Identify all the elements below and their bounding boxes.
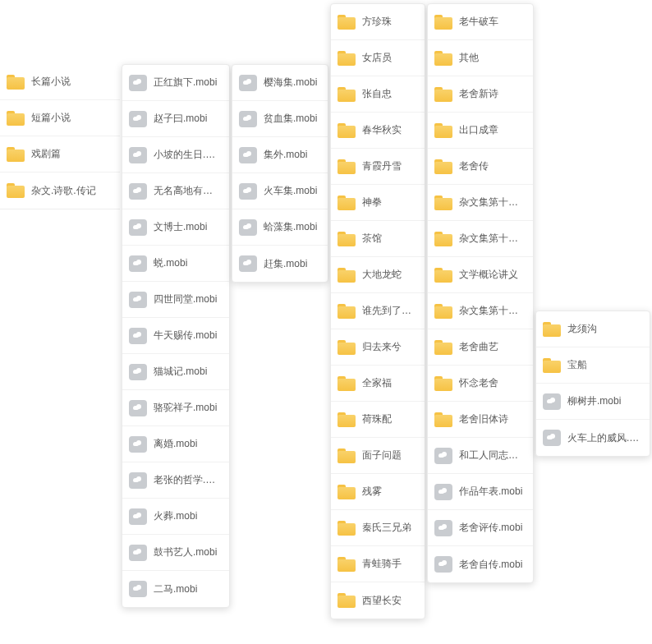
folder-item[interactable]: 谁先到了重庆 [331,293,425,329]
folder-item[interactable]: 出口成章 [428,113,533,149]
file-name: 小坡的生日.mobi [154,148,221,162]
folder-name: 张自忠 [362,87,416,101]
file-item[interactable]: 蛤藻集.mobi [232,209,328,246]
folder-item[interactable]: 老舍旧体诗 [428,402,533,438]
file-name: 老舍自传.mobi [459,558,525,572]
file-icon [434,556,452,573]
folder-item[interactable]: 方珍珠 [331,4,425,40]
file-icon [129,183,147,200]
folder-icon [337,339,356,356]
folder-icon [7,74,25,90]
file-item[interactable]: 火车集.mobi [232,173,328,209]
folder-item[interactable]: 老舍曲艺 [428,329,533,366]
file-icon [129,508,147,525]
folder-name: 其他 [459,51,525,65]
folder-item[interactable]: 其他 [428,40,533,76]
folder-name: 杂文.诗歌.传记 [31,184,112,198]
folder-name: 老舍新诗 [459,87,525,101]
folder-icon [337,159,356,175]
folder-item[interactable]: 面子问题 [331,438,425,474]
folder-name: 全家福 [362,376,416,390]
folder-name: 戏剧篇 [31,147,112,161]
file-item[interactable]: 猫城记.mobi [122,354,229,390]
folder-name: 谁先到了重庆 [362,304,416,318]
folder-icon [7,110,25,126]
folder-name: 杂文集第十五卷 [459,304,525,318]
file-panel: 龙须沟宝船柳树井.mobi火车上的威风.mobi [535,310,650,457]
file-item[interactable]: 小坡的生日.mobi [122,137,229,173]
folder-name: 青霞丹雪 [362,159,416,173]
file-icon [239,219,257,236]
file-item[interactable]: 贫血集.mobi [232,101,328,137]
folder-item[interactable]: 宝船 [536,347,650,384]
folder-item[interactable]: 短篇小说 [0,100,120,136]
file-item[interactable]: 和工人同志们谈写作.mobi [428,438,533,474]
folder-item[interactable]: 秦氏三兄弟 [331,510,425,546]
folder-item[interactable]: 张自忠 [331,76,425,113]
file-item[interactable]: 柳树井.mobi [536,384,650,420]
file-item[interactable]: 樱海集.mobi [232,65,328,101]
file-icon [129,364,147,380]
folder-name: 女店员 [362,51,416,65]
folder-icon [337,14,356,30]
folder-name: 荷珠配 [362,412,416,426]
folder-item[interactable]: 戏剧篇 [0,136,120,172]
folder-name: 怀念老舍 [459,376,525,390]
folder-item[interactable]: 神拳 [331,185,425,221]
folder-icon [7,146,25,163]
file-item[interactable]: 赵子曰.mobi [122,101,229,137]
folder-item[interactable]: 大地龙蛇 [331,257,425,293]
file-item[interactable]: 老舍评传.mobi [428,510,533,546]
folder-icon [337,448,356,464]
folder-item[interactable]: 荷珠配 [331,402,425,438]
folder-item[interactable]: 茶馆 [331,221,425,257]
file-item[interactable]: 四世同堂.mobi [122,282,229,318]
folder-icon [337,86,356,103]
file-item[interactable]: 离婚.mobi [122,426,229,462]
folder-item[interactable]: 杂文集第十四卷 [428,221,533,257]
file-item[interactable]: 老张的哲学.mobi [122,462,229,499]
file-item[interactable]: 正红旗下.mobi [122,65,229,101]
file-item[interactable]: 文博士.mobi [122,209,229,246]
folder-item[interactable]: 西望长安 [331,582,425,619]
file-item[interactable]: 二马.mobi [122,571,229,607]
folder-item[interactable]: 长篇小说 [0,64,120,100]
file-item[interactable]: 无名高地有了名.mobi [122,173,229,209]
folder-item[interactable]: 女店员 [331,40,425,76]
file-item[interactable]: 集外.mobi [232,137,328,173]
file-name: 赵子曰.mobi [154,112,221,126]
file-item[interactable]: 赶集.mobi [232,246,328,282]
folder-item[interactable]: 归去来兮 [331,329,425,366]
file-panel: 樱海集.mobi贫血集.mobi集外.mobi火车集.mobi蛤藻集.mobi赶… [232,64,328,283]
file-item[interactable]: 蜕.mobi [122,246,229,282]
file-item[interactable]: 作品年表.mobi [428,474,533,510]
folder-item[interactable]: 杂文集第十五卷 [428,293,533,329]
folder-item[interactable]: 龙须沟 [536,311,650,347]
folder-item[interactable]: 青蛙骑手 [331,546,425,582]
folder-item[interactable]: 青霞丹雪 [331,149,425,185]
folder-item[interactable]: 残雾 [331,474,425,510]
file-item[interactable]: 火车上的威风.mobi [536,420,650,456]
folder-item[interactable]: 老舍传 [428,149,533,185]
folder-name: 老舍传 [459,159,525,173]
folder-item[interactable]: 杂文.诗歌.传记 [0,172,120,209]
file-icon [434,520,452,536]
folder-item[interactable]: 春华秋实 [331,113,425,149]
folder-item[interactable]: 怀念老舍 [428,366,533,402]
folder-item[interactable]: 老舍新诗 [428,76,533,113]
folder-name: 老舍曲艺 [459,340,525,354]
folder-item[interactable]: 文学概论讲义 [428,257,533,293]
file-icon [543,393,561,410]
folder-icon [434,375,452,392]
folder-item[interactable]: 杂文集第十六卷 [428,185,533,221]
file-icon [434,448,452,464]
file-panel: 老牛破车其他老舍新诗出口成章老舍传杂文集第十六卷杂文集第十四卷文学概论讲义杂文集… [427,3,534,583]
file-item[interactable]: 骆驼祥子.mobi [122,390,229,426]
file-item[interactable]: 老舍自传.mobi [428,546,533,582]
folder-item[interactable]: 全家福 [331,366,425,402]
folder-icon [337,556,356,573]
file-item[interactable]: 火葬.mobi [122,499,229,535]
folder-item[interactable]: 老牛破车 [428,4,533,40]
file-item[interactable]: 鼓书艺人.mobi [122,535,229,571]
file-item[interactable]: 牛天赐传.mobi [122,318,229,354]
